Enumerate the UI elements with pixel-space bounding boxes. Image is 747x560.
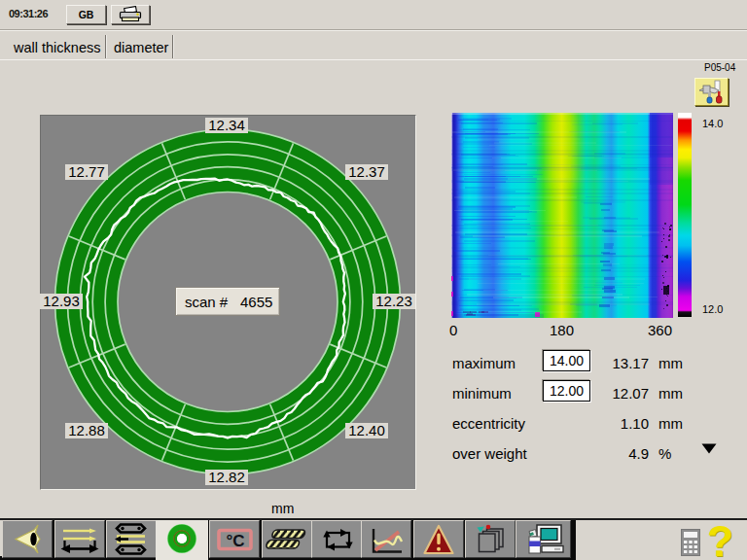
svg-text:°C: °C xyxy=(226,532,244,550)
